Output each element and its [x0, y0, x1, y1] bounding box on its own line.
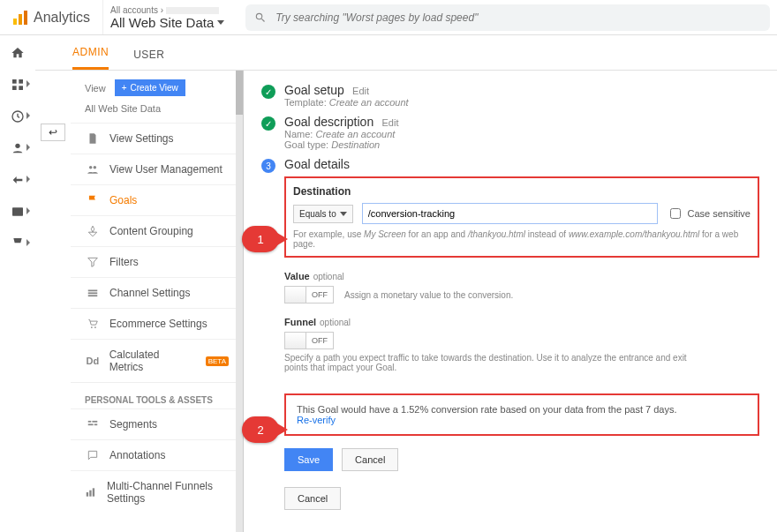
sidebar-item-calculated-metrics[interactable]: DdCalculated Metrics BETA: [71, 339, 243, 382]
cart-icon: [85, 318, 101, 330]
flag-icon: [85, 194, 101, 206]
sidebar-item-filters[interactable]: Filters: [71, 246, 243, 277]
funnel-field: Funneloptional OFF Specify a path you ex…: [284, 316, 759, 372]
svg-rect-6: [19, 86, 23, 90]
cancel-inner-button[interactable]: Cancel: [342, 448, 398, 471]
tab-user[interactable]: USER: [133, 49, 164, 70]
create-view-button[interactable]: +Create View: [115, 79, 185, 96]
svg-point-8: [15, 144, 19, 148]
bars-icon: [85, 486, 98, 498]
users-icon: [85, 163, 101, 176]
account-selector[interactable]: All accounts › All Web Site Data: [102, 0, 231, 34]
search-icon: [254, 11, 267, 24]
behavior-icon[interactable]: [9, 203, 26, 221]
view-sidebar: View +Create View All Web Site Data View…: [71, 71, 244, 532]
destination-hint: For example, use My Screen for an app an…: [293, 229, 751, 249]
case-sensitive-checkbox[interactable]: [670, 208, 681, 219]
destination-box: Destination Equals to Case sensitive For…: [284, 176, 759, 258]
filter-icon: [85, 256, 101, 268]
svg-rect-17: [88, 421, 92, 423]
svg-rect-9: [12, 207, 23, 215]
svg-rect-4: [19, 79, 23, 84]
back-button[interactable]: ↩: [41, 124, 65, 141]
step2-edit[interactable]: Edit: [382, 117, 399, 128]
step1-title: Goal setup: [284, 83, 344, 97]
verify-box: This Goal would have a 1.52% conversion …: [284, 393, 759, 436]
cancel-outer-button[interactable]: Cancel: [284, 487, 341, 510]
svg-point-10: [89, 166, 93, 169]
sidebar-item-annotations[interactable]: Annotations: [71, 439, 243, 470]
document-icon: [85, 132, 101, 145]
annotation-callout-2: 2: [242, 416, 279, 443]
sidebar-item-ecommerce[interactable]: Ecommerce Settings: [71, 308, 243, 339]
svg-rect-19: [88, 423, 94, 425]
sidebar-item-view-settings[interactable]: View Settings: [71, 123, 243, 154]
svg-rect-21: [87, 492, 88, 497]
svg-rect-14: [88, 295, 98, 296]
svg-rect-12: [88, 290, 98, 292]
search-box[interactable]: [245, 4, 770, 31]
view-label: View: [85, 83, 106, 94]
sidebar-item-goals[interactable]: Goals: [71, 184, 243, 215]
search-input[interactable]: [274, 11, 761, 25]
dashboards-icon[interactable]: [9, 76, 26, 94]
svg-rect-1: [19, 14, 22, 25]
top-bar: Analytics All accounts › All Web Site Da…: [0, 0, 777, 35]
sidebar-section-header: PERSONAL TOOLS & ASSETS: [71, 382, 243, 408]
accounts-label: All accounts ›: [110, 5, 224, 15]
grouping-icon: [85, 225, 101, 237]
step3-number-icon: 3: [261, 159, 275, 173]
svg-rect-13: [88, 292, 98, 294]
svg-rect-18: [92, 421, 97, 423]
destination-label: Destination: [293, 185, 751, 198]
svg-rect-23: [93, 488, 94, 496]
step1-edit[interactable]: Edit: [352, 86, 369, 96]
step2-title: Goal description: [284, 115, 373, 129]
plus-icon: +: [122, 83, 127, 93]
acquisition-icon[interactable]: [9, 171, 26, 189]
annotation-callout-1: 1: [242, 226, 279, 252]
segments-icon: [85, 418, 101, 431]
logo[interactable]: Analytics: [7, 10, 95, 26]
sidebar-scrollbar[interactable]: [236, 71, 243, 532]
svg-rect-20: [94, 423, 98, 425]
caret-down-icon: [217, 20, 224, 25]
sidebar-item-segments[interactable]: Segments: [71, 408, 243, 439]
goal-form: ✓ Goal setup Edit Template: Create an ac…: [244, 71, 777, 532]
tab-admin[interactable]: ADMIN: [72, 46, 109, 70]
caret-down-icon: [340, 212, 347, 216]
reverify-link[interactable]: Re-verify: [297, 415, 336, 425]
destination-input[interactable]: [362, 203, 659, 224]
step3-title: Goal details: [284, 157, 759, 171]
funnel-toggle[interactable]: OFF: [284, 332, 334, 349]
sidebar-item-channel-settings[interactable]: Channel Settings: [71, 277, 243, 308]
admin-tabs: ADMIN USER: [35, 35, 777, 71]
annotations-icon: [85, 449, 101, 461]
sidebar-item-mcf[interactable]: Multi-Channel Funnels Settings: [71, 470, 243, 513]
logo-text: Analytics: [34, 10, 90, 26]
svg-point-11: [94, 166, 97, 169]
audience-icon[interactable]: [9, 139, 26, 157]
view-breadcrumb[interactable]: All Web Site Data: [71, 103, 243, 123]
svg-rect-2: [24, 11, 27, 25]
home-icon[interactable]: [9, 44, 26, 62]
realtime-icon[interactable]: [9, 108, 26, 125]
save-button[interactable]: Save: [284, 448, 333, 471]
case-sensitive-toggle[interactable]: Case sensitive: [667, 206, 751, 221]
svg-point-15: [91, 326, 93, 328]
view-name: All Web Site Data: [110, 15, 214, 30]
channel-icon: [85, 287, 101, 299]
value-field: Valueoptional OFF Assign a monetary valu…: [284, 270, 759, 303]
svg-rect-0: [13, 19, 17, 25]
beta-badge: BETA: [206, 356, 229, 366]
sidebar-scroll-thumb[interactable]: [236, 71, 243, 115]
match-type-dropdown[interactable]: Equals to: [293, 205, 353, 223]
dd-icon: Dd: [85, 356, 101, 366]
svg-point-16: [94, 326, 96, 328]
conversions-icon[interactable]: [9, 235, 26, 252]
sidebar-item-user-management[interactable]: View User Management: [71, 154, 243, 184]
left-rail: [0, 35, 35, 532]
value-toggle[interactable]: OFF: [284, 286, 334, 303]
analytics-logo-icon: [12, 10, 28, 26]
sidebar-item-content-grouping[interactable]: Content Grouping: [71, 215, 243, 246]
